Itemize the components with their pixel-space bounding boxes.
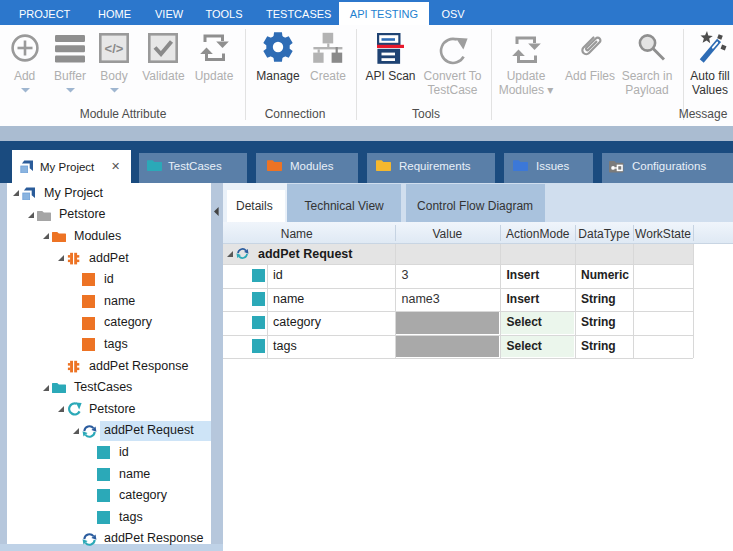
svg-text:</>: </> (105, 41, 124, 56)
